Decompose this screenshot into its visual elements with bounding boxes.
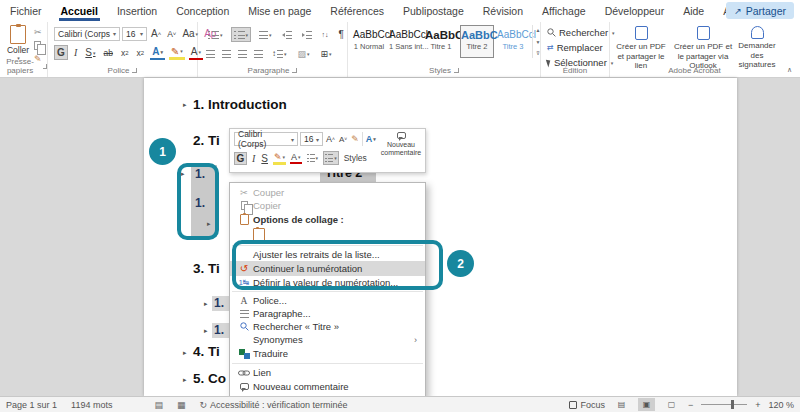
menu-item-paragraphe[interactable]: Paragraphe... bbox=[230, 307, 425, 320]
word-count[interactable]: 1194 mots bbox=[71, 400, 112, 410]
align-left-icon[interactable] bbox=[206, 50, 215, 58]
styles-dialog-launcher-icon[interactable] bbox=[454, 68, 459, 73]
heading-2[interactable]: 2. Ti bbox=[193, 133, 220, 148]
styles-gallery-expand-icon[interactable]: ⊽ bbox=[536, 50, 540, 56]
mini-text-effects-button[interactable]: A▾ bbox=[365, 134, 377, 144]
display-settings-icon[interactable]: ▦ bbox=[177, 400, 186, 410]
tab-mise-en-page[interactable]: Mise en page bbox=[248, 5, 311, 17]
menu-item-rechercher-titre[interactable]: Rechercher « Titre » bbox=[230, 320, 425, 333]
menu-item-traduire[interactable]: Traduire bbox=[230, 346, 425, 361]
mini-font-size-select[interactable]: 16▾ bbox=[300, 132, 323, 146]
copy-icon[interactable] bbox=[34, 41, 41, 50]
find-button[interactable]: Rechercher▾ bbox=[547, 26, 615, 39]
grow-font-button[interactable]: A˄ bbox=[149, 26, 163, 41]
style-titre1[interactable]: AaBbC( Titre 1 bbox=[424, 25, 458, 58]
request-signatures-button[interactable]: Demander des signatures bbox=[736, 26, 778, 70]
mini-numbering-button[interactable]: ▾ bbox=[323, 151, 339, 165]
paste-button[interactable]: Coller ▾ bbox=[5, 25, 31, 61]
italic-button[interactable]: I bbox=[72, 45, 79, 60]
mini-highlight-button[interactable]: ✎▾ bbox=[273, 152, 286, 165]
tab-aide[interactable]: Aide bbox=[683, 5, 704, 17]
page-indicator[interactable]: Page 1 sur 1 bbox=[6, 400, 57, 410]
proofing-icon[interactable]: ▤ bbox=[154, 400, 163, 410]
list-number-4[interactable]: 1. bbox=[214, 323, 224, 337]
tab-insertion[interactable]: Insertion bbox=[117, 5, 157, 17]
pilcrow-button[interactable]: ¶ bbox=[337, 27, 346, 42]
collapse-triangle-icon[interactable]: ▸ bbox=[183, 101, 187, 109]
menu-item-police[interactable]: A Police... bbox=[230, 294, 425, 307]
heading-4[interactable]: 4. Ti bbox=[193, 344, 220, 359]
focus-mode-button[interactable]: Focus bbox=[569, 400, 605, 410]
multilevel-list-button[interactable]: ▾ bbox=[257, 27, 274, 42]
line-spacing-button[interactable]: ↕▾ bbox=[270, 46, 289, 61]
align-right-icon[interactable] bbox=[238, 50, 247, 58]
font-dialog-launcher-icon[interactable] bbox=[132, 68, 137, 73]
clipboard-dialog-launcher-icon[interactable] bbox=[43, 64, 47, 69]
menu-item-couper[interactable]: ✂ Couper bbox=[230, 186, 425, 199]
collapse-ribbon-icon[interactable]: ∧ bbox=[787, 66, 792, 74]
font-name-select[interactable]: Calibri (Corps▾ bbox=[54, 27, 120, 41]
collapse-triangle-icon[interactable]: ▸ bbox=[183, 349, 187, 357]
style-titre2[interactable]: AaBbC Titre 2 bbox=[460, 25, 494, 58]
create-pdf-outlook-button[interactable]: Créer un PDF et le partager via Outlook bbox=[672, 26, 734, 71]
heading-5[interactable]: 5. Co bbox=[193, 371, 226, 386]
share-button[interactable]: ↗ Partager bbox=[726, 2, 794, 19]
tab-conception[interactable]: Conception bbox=[176, 5, 229, 17]
web-layout-button[interactable]: ▢ bbox=[663, 398, 680, 411]
mini-bullets-button[interactable]: ▾ bbox=[306, 154, 320, 162]
styles-scroll-down-icon[interactable]: ▼ bbox=[536, 39, 541, 45]
tab-developpeur[interactable]: Développeur bbox=[605, 5, 665, 17]
mini-grow-font-button[interactable]: A˄ bbox=[325, 134, 336, 144]
justify-icon[interactable] bbox=[254, 50, 263, 58]
mini-italic-button[interactable]: I bbox=[251, 153, 256, 164]
collapse-triangle-icon[interactable]: ▸ bbox=[183, 376, 187, 384]
zoom-slider[interactable] bbox=[701, 404, 747, 405]
subscript-button[interactable]: x2 bbox=[119, 45, 131, 60]
mini-format-painter-icon[interactable]: ✎ bbox=[350, 134, 360, 144]
tab-accueil[interactable]: Accueil bbox=[61, 5, 98, 17]
shading-button[interactable]: ▨▾ bbox=[296, 46, 312, 61]
font-size-select[interactable]: 16▾ bbox=[122, 27, 147, 41]
numbering-button[interactable]: ▾ bbox=[231, 27, 252, 42]
tab-affichage[interactable]: Affichage bbox=[542, 5, 586, 17]
print-layout-button[interactable]: ▣ bbox=[638, 398, 655, 411]
mini-font-color-button[interactable]: A▾ bbox=[290, 152, 302, 164]
heading-introduction[interactable]: 1. Introduction bbox=[193, 97, 287, 112]
underline-button[interactable]: S▾ bbox=[83, 45, 97, 60]
align-center-icon[interactable] bbox=[222, 50, 231, 58]
mini-shrink-font-button[interactable]: A˅ bbox=[338, 135, 348, 144]
decrease-indent-button[interactable] bbox=[280, 27, 294, 42]
style-normal[interactable]: AaBbCcl 1 Normal bbox=[352, 25, 386, 58]
create-pdf-share-link-button[interactable]: Créer un PDF et partager le lien bbox=[612, 26, 670, 71]
styles-scroll-up-icon[interactable]: ▲ bbox=[536, 27, 541, 33]
tab-revision[interactable]: Révision bbox=[483, 5, 523, 17]
bold-button[interactable]: G bbox=[54, 45, 68, 60]
cut-icon[interactable]: ✂ bbox=[34, 27, 42, 37]
borders-button[interactable]: ⊞▾ bbox=[319, 46, 334, 61]
menu-item-synonymes[interactable]: Synonymes › bbox=[230, 333, 425, 346]
zoom-in-button[interactable]: + bbox=[755, 400, 760, 410]
mini-font-name-select[interactable]: Calibri (Corps)▾ bbox=[234, 132, 298, 146]
bullets-button[interactable]: ▾ bbox=[206, 27, 225, 42]
zoom-level[interactable]: 120 % bbox=[768, 400, 794, 410]
sort-button[interactable]: ↑↓ bbox=[320, 27, 331, 42]
menu-item-copier[interactable]: Copier bbox=[230, 199, 425, 212]
zoom-slider-thumb[interactable] bbox=[731, 400, 734, 409]
style-titre3[interactable]: AaBbCcl Titre 3 bbox=[496, 25, 530, 58]
paragraph-dialog-launcher-icon[interactable] bbox=[292, 68, 297, 73]
heading-3[interactable]: 3. Ti bbox=[193, 261, 220, 276]
menu-item-lien[interactable]: Lien bbox=[230, 366, 425, 379]
tab-references[interactable]: Références bbox=[330, 5, 384, 17]
replace-button[interactable]: ⇄ Remplacer bbox=[547, 41, 603, 54]
collapse-triangle-icon[interactable]: ▸ bbox=[204, 327, 208, 335]
zoom-out-button[interactable]: − bbox=[688, 400, 693, 410]
shrink-font-button[interactable]: A˅ bbox=[165, 26, 178, 41]
read-mode-button[interactable]: ▤ bbox=[613, 398, 630, 411]
accessibility-status[interactable]: ↻ Accessibilité : vérification terminée bbox=[199, 400, 347, 410]
mini-underline-button[interactable]: S bbox=[260, 153, 269, 164]
strikethrough-button[interactable]: ab bbox=[102, 45, 115, 60]
mini-styles-button[interactable]: Styles bbox=[343, 153, 368, 163]
style-sans-interligne[interactable]: AaBbCcl 1 Sans int... bbox=[388, 25, 422, 58]
tab-publipostage[interactable]: Publipostage bbox=[403, 5, 464, 17]
mini-new-comment-button[interactable]: Nouveau commentaire bbox=[380, 132, 422, 157]
